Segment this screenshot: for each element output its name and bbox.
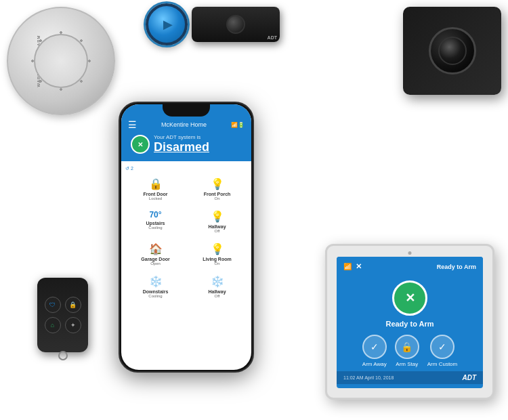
app-device-grid: 🔒 Front Door Locked 💡 Front Porch On 70°… [125, 173, 247, 302]
keypad-shield-badge [392, 280, 427, 316]
arm-away-button[interactable]: ✓ Arm Away [362, 335, 387, 367]
adt-badge: ADT [268, 35, 277, 40]
keypad-footer: 11:02 AM April 10, 2018 ADT [337, 371, 483, 384]
app-tile-downstairs[interactable]: ❄️ Downstairs Cooling [125, 271, 186, 302]
upstairs-status: Cooling [131, 226, 180, 230]
app-refresh-indicator[interactable]: ↺ 2 [125, 164, 247, 173]
app-status-text: Your ADT system is Disarmed [154, 134, 209, 154]
keypad-arm-buttons: ✓ Arm Away 🔒 Arm Stay ✓ Arm Custom [362, 335, 457, 367]
keypad-camera [408, 251, 412, 255]
keypad-main: Ready to Arm ✓ Arm Away 🔒 Arm Stay ✓ Arm… [337, 275, 483, 371]
keyfob-star-button[interactable]: ✦ [65, 317, 81, 333]
app-status-value: Disarmed [154, 140, 209, 154]
hallway2-name: Hallway [192, 289, 242, 294]
keypad-status-label: Ready to Arm [437, 264, 476, 270]
keypad-header: 📶 ✕ Ready to Arm [337, 257, 483, 275]
keyfob-button-grid: 🛡 🔒 ⌂ ✦ [39, 291, 87, 339]
phone-notch [163, 103, 210, 117]
hallway-icon: 💡 [192, 210, 242, 223]
app-tile-front-door[interactable]: 🔒 Front Door Locked [125, 173, 186, 205]
app-tile-garage[interactable]: 🏠 Garage Door Open [125, 238, 186, 270]
downstairs-icon: ❄️ [131, 275, 180, 288]
arm-away-icon: ✓ [362, 335, 387, 359]
keyfob-home-button[interactable]: ⌂ [45, 317, 61, 333]
keyfob-lock-button[interactable]: 🔒 [65, 297, 81, 313]
keypad-adt-logo: ADT [462, 374, 476, 381]
doorbell-camera-lens [226, 15, 245, 34]
app-tile-hallway[interactable]: 💡 Hallway Off [187, 206, 247, 237]
keypad-body: 📶 ✕ Ready to Arm Ready to Arm ✓ Arm Away… [325, 244, 494, 400]
garage-name: Garage Door [131, 257, 180, 261]
arm-stay-button[interactable]: 🔒 Arm Stay [395, 335, 419, 367]
upstairs-name: Upstairs [131, 221, 180, 226]
doorbell-button[interactable] [146, 3, 188, 45]
keyfob-remote: 🛡 🔒 ⌂ ✦ [37, 278, 88, 352]
keyfob-shield-button[interactable]: 🛡 [45, 297, 61, 313]
smoke-detector: WARNING: IN ALARM [7, 7, 115, 115]
living-room-status: On [192, 261, 242, 266]
front-porch-status: On [192, 196, 242, 201]
front-door-icon: 🔒 [131, 177, 180, 190]
doorbell-area: ADT [146, 3, 280, 45]
app-content: ↺ 2 🔒 Front Door Locked 💡 Front Porch On… [121, 161, 251, 305]
living-room-name: Living Room [192, 257, 242, 261]
app-header-top: ☰ McKentire Home 📶🔋 [128, 119, 245, 130]
smartphone: ☰ McKentire Home 📶🔋 Your ADT system is D… [119, 102, 254, 373]
arm-custom-icon: ✓ [430, 335, 454, 359]
menu-icon[interactable]: ☰ [128, 119, 137, 130]
security-camera [403, 7, 501, 95]
front-porch-name: Front Porch [192, 192, 242, 196]
keyfob-keyring [58, 351, 68, 360]
smoke-detector-body: WARNING: IN ALARM [7, 7, 115, 115]
living-room-icon: 💡 [192, 243, 242, 255]
app-tile-front-porch[interactable]: 💡 Front Porch On [187, 173, 247, 205]
app-tile-upstairs[interactable]: 70° Upstairs Cooling [125, 206, 186, 237]
smoke-inner-ring [34, 34, 88, 88]
arm-stay-icon: 🔒 [395, 335, 419, 359]
garage-status: Open [131, 261, 180, 266]
app-tile-hallway2[interactable]: ❄️ Hallway Off [187, 271, 247, 302]
app-status-bar-icons: 📶🔋 [231, 122, 245, 128]
downstairs-name: Downstairs [131, 289, 180, 294]
keypad-header-icons: 📶 ✕ [343, 262, 362, 271]
app-shield-badge [131, 135, 150, 154]
downstairs-status: Cooling [131, 294, 180, 298]
arm-custom-button[interactable]: ✓ Arm Custom [427, 335, 457, 367]
hallway-status: Off [192, 229, 242, 233]
arm-stay-label: Arm Stay [396, 361, 418, 367]
camera-lens-outer [429, 27, 476, 75]
upstairs-icon: 70° [131, 210, 180, 219]
garage-icon: 🏠 [131, 243, 180, 255]
doorbell-bar: ADT [192, 7, 280, 42]
hallway2-icon: ❄️ [192, 275, 242, 288]
app-home-name: McKentire Home [161, 121, 207, 128]
hallway2-status: Off [192, 294, 242, 298]
app-status-label: Your ADT system is [154, 134, 209, 140]
arm-away-label: Arm Away [362, 361, 387, 367]
camera-lens-inner [438, 37, 467, 65]
hallway-name: Hallway [192, 224, 242, 229]
arm-custom-label: Arm Custom [427, 361, 457, 367]
front-porch-icon: 💡 [192, 177, 242, 190]
app-tile-living-room[interactable]: 💡 Living Room On [187, 238, 247, 270]
keypad-timestamp: 11:02 AM April 10, 2018 [343, 375, 394, 380]
keypad-wifi-icon: 📶 [343, 263, 352, 270]
keyfob-body: 🛡 🔒 ⌂ ✦ [37, 278, 88, 352]
keypad-ready-text: Ready to Arm [385, 320, 433, 328]
app-disarmed-section: Your ADT system is Disarmed [128, 134, 245, 154]
adt-keypad: 📶 ✕ Ready to Arm Ready to Arm ✓ Arm Away… [325, 244, 494, 400]
phone-screen: ☰ McKentire Home 📶🔋 Your ADT system is D… [121, 104, 251, 370]
keypad-screen: 📶 ✕ Ready to Arm Ready to Arm ✓ Arm Away… [337, 257, 483, 388]
keypad-close-icon[interactable]: ✕ [356, 262, 362, 271]
front-door-name: Front Door [131, 192, 180, 196]
phone-body: ☰ McKentire Home 📶🔋 Your ADT system is D… [119, 102, 254, 373]
front-door-status: Locked [131, 196, 180, 201]
